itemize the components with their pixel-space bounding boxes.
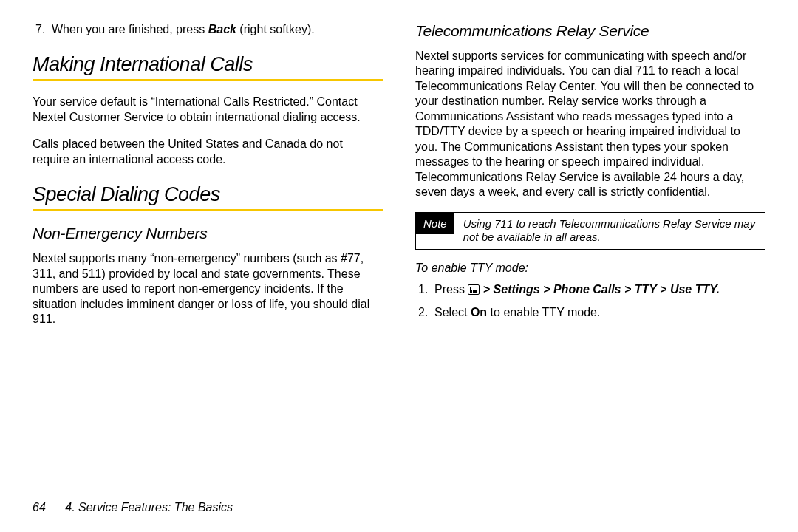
tty-step-1: 1. Press > Settings > Phone Calls > TTY … [415,282,765,297]
chapter-title: 4. Service Features: The Basics [65,501,233,514]
step-text-post: to enable TTY mode. [487,306,600,318]
note-box: Note Using 711 to reach Telecommunicatio… [415,212,765,250]
right-column: Telecommunications Relay Service Nextel … [415,22,765,488]
step-7: 7. When you are finished, press Back (ri… [33,22,383,37]
page-number: 64 [33,501,46,514]
tty-step-2: 2. Select On to enable TTY mode. [415,305,765,320]
paragraph-non-emergency: Nextel supports many “non-emergency” num… [33,251,383,327]
menu-grid-icon [468,284,480,295]
page-footer: 64 4. Service Features: The Basics [33,501,765,514]
step-number: 2. [418,305,428,320]
step-text-post: (right softkey). [236,23,315,35]
paragraph-intl-1: Your service default is “International C… [33,95,383,125]
step-number: 7. [35,22,45,37]
two-column-layout: 7. When you are finished, press Back (ri… [33,22,765,488]
step-text-pre: Press [434,283,468,296]
heading-special-dialing-codes: Special Dialing Codes [33,183,383,211]
paragraph-intl-2: Calls placed between the United States a… [33,137,383,167]
note-label: Note [416,213,454,234]
tty-enable-label: To enable TTY mode: [415,262,765,275]
left-column: 7. When you are finished, press Back (ri… [33,22,383,488]
heading-international-calls: Making International Calls [33,53,383,81]
on-option: On [471,306,487,318]
note-text: Using 711 to reach Telecommunications Re… [454,213,765,250]
step-number: 1. [418,282,428,297]
back-softkey-label: Back [208,23,236,35]
paragraph-relay: Nextel supports services for communicati… [415,49,765,200]
menu-path: > Settings > Phone Calls > TTY > Use TTY… [480,283,720,296]
step-text-pre: When you are finished, press [52,23,208,35]
subheading-non-emergency: Non-Emergency Numbers [33,225,383,242]
step-text-pre: Select [434,306,471,318]
subheading-relay-service: Telecommunications Relay Service [415,22,765,40]
